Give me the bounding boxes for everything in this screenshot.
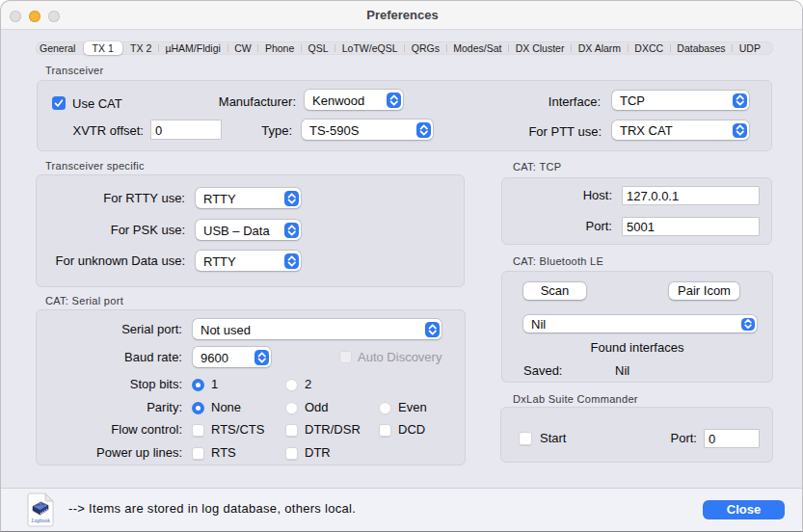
svg-text:Logbook: Logbook bbox=[30, 518, 50, 523]
